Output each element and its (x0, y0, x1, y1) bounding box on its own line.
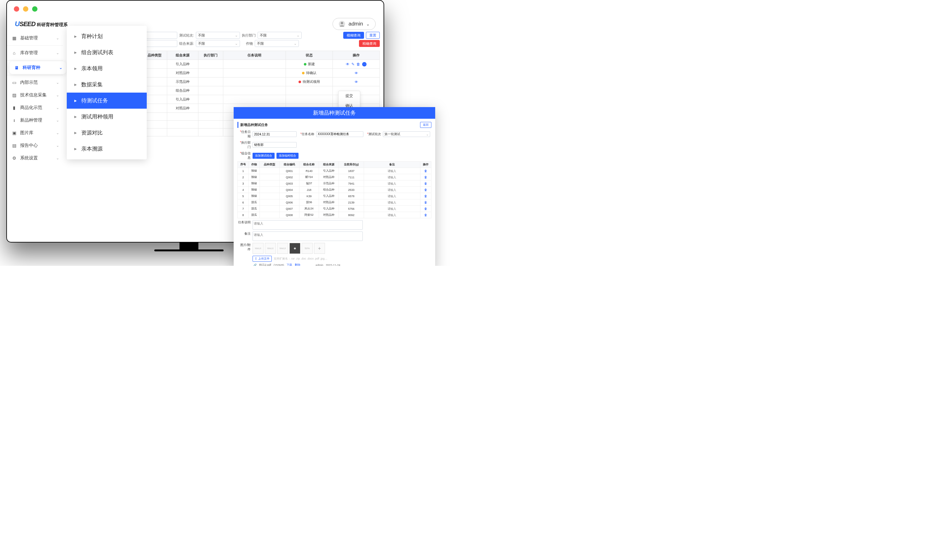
table-header: 操作 (333, 51, 380, 60)
thumbnail[interactable]: WeUI (265, 243, 276, 254)
combo-row: 3辣椒Q003猛37示范品种7941🗑 (238, 180, 431, 187)
file-user: admin (316, 264, 324, 266)
sidebar-item-7[interactable]: ▣图片库⌄ (7, 127, 63, 139)
combo-row: 6甜瓜Q006甜36对照品种2139🗑 (238, 199, 431, 206)
submenu-item-6[interactable]: ▶资源对比 (67, 125, 147, 141)
triangle-icon: ▶ (74, 67, 77, 70)
desc-input[interactable] (253, 220, 363, 230)
row-note-input[interactable] (365, 207, 420, 211)
exact-search-button[interactable]: 精确查询 (359, 40, 380, 47)
sidebar-item-4[interactable]: ▨技术信息采集⌄ (7, 89, 63, 101)
task-name-input[interactable] (316, 131, 363, 137)
row-note-input[interactable] (365, 195, 420, 198)
doc-icon: ▤ (11, 143, 17, 148)
sidebar-item-2[interactable]: 🖥科研育种⌄ (9, 61, 66, 74)
row-note-input[interactable] (365, 182, 420, 185)
sidebar-item-1[interactable]: ⌂库存管理⌄ (7, 47, 63, 59)
add-temp-combo-button[interactable]: 添加临时组合 (276, 153, 299, 159)
delete-icon[interactable]: 🗑 (424, 188, 427, 191)
gear-icon: ⚙ (11, 156, 17, 161)
row-note-input[interactable] (365, 169, 420, 172)
triangle-icon: ▶ (74, 115, 77, 118)
user-menu[interactable]: admin ⌄ (333, 18, 375, 30)
sidebar-item-8[interactable]: ▤报告中心⌄ (7, 139, 63, 152)
add-thumbnail[interactable]: + (314, 243, 325, 254)
sidebar-item-label: 系统设置 (20, 155, 38, 161)
sidebar-item-5[interactable]: ▮商品化示范⌄ (7, 101, 63, 114)
max-dot[interactable] (32, 6, 37, 12)
row-note-input[interactable] (365, 188, 420, 191)
filter-select[interactable]: 不限⌄ (255, 40, 299, 47)
view-icon[interactable]: 👁 (354, 80, 358, 84)
thumbnail[interactable]: ◉ (289, 243, 301, 254)
submenu-item-1[interactable]: ▶组合测试列表 (67, 44, 147, 61)
filter-label: 作物 (242, 41, 253, 46)
modal-title: 新增品种测试任务 (234, 107, 435, 119)
submenu-item-4[interactable]: ▶待测试任务 (67, 93, 147, 109)
delete-icon[interactable]: 🗑 (424, 175, 427, 179)
view-icon[interactable]: 👁 (354, 71, 358, 75)
sidebar-item-6[interactable]: ⫾新品种管理⌄ (7, 114, 63, 127)
combo-row: 7甜瓜Q007风云24引入品种5756🗑 (238, 206, 431, 212)
row-note-input[interactable] (365, 176, 420, 179)
desc-label: 任务说明 (237, 220, 251, 224)
filter-label: 组合来源: (179, 41, 194, 46)
round-select[interactable]: 第一轮测试⌄ (383, 131, 430, 137)
filter-select[interactable]: 不限⌄ (196, 32, 240, 39)
triangle-icon: ▶ (74, 35, 77, 38)
filter-select[interactable]: 不限⌄ (258, 32, 302, 39)
delete-icon[interactable]: 🗑 (424, 169, 427, 172)
row-note-input[interactable] (365, 201, 420, 204)
submenu-item-7[interactable]: ▶亲本溯源 (67, 141, 147, 157)
edit-icon[interactable]: ✎ (351, 62, 354, 66)
sidebar: ▦基础管理⌄⌂库存管理⌄🖥科研育种⌄▭内部示范⌄▨技术信息采集⌄▮商品化示范⌄⫾… (7, 32, 63, 165)
chevron-icon: ⌄ (59, 66, 63, 70)
fuzzy-search-button[interactable]: 模糊查询 (343, 32, 364, 39)
combo-row: 2辣椒Q002耀724对照品种7111🗑 (238, 174, 431, 180)
dept-input[interactable] (253, 142, 297, 148)
table-header: 任务说明 (223, 51, 286, 60)
delete-link[interactable]: 删除 (295, 263, 301, 266)
delete-icon[interactable]: 🗑 (424, 201, 427, 204)
submenu-item-2[interactable]: ▶亲本领用 (67, 61, 147, 76)
chevron-icon: ⌄ (56, 80, 59, 85)
download-link[interactable]: 下载 (287, 263, 292, 266)
submenu-item-0[interactable]: ▶育种计划 (67, 28, 147, 44)
triangle-icon: ▶ (74, 83, 77, 86)
thumbnail[interactable]: WeUI (277, 243, 288, 254)
triangle-icon: ▶ (74, 99, 77, 102)
sidebar-item-3[interactable]: ▭内部示范⌄ (7, 76, 63, 89)
round-label: 测试轮次 (368, 132, 381, 136)
delete-icon[interactable]: 🗑 (424, 213, 427, 217)
sidebar-item-label: 图片库 (20, 130, 34, 136)
sidebar-item-9[interactable]: ⚙系统设置⌄ (7, 152, 63, 165)
thumbnail[interactable]: 50% (302, 243, 313, 254)
add-combo-button[interactable]: 添加测试组合 (253, 153, 275, 159)
submenu-item-3[interactable]: ▶数据采集 (67, 76, 147, 93)
chevron-icon: ⌄ (56, 93, 59, 97)
upload-button[interactable]: ↥ 上传文件 (253, 256, 272, 262)
view-icon[interactable]: 👁 (346, 62, 350, 66)
grid-icon: ▦ (11, 36, 17, 41)
back-button[interactable]: 返回 (420, 122, 431, 128)
sidebar-item-label: 技术信息采集 (20, 92, 47, 98)
thumbnail[interactable]: WeUI (253, 243, 264, 254)
task-date-input[interactable] (253, 131, 297, 137)
submenu-item-5[interactable]: ▶测试用种领用 (67, 109, 147, 125)
min-dot[interactable] (23, 6, 28, 12)
delete-icon[interactable]: 🗑 (424, 194, 427, 198)
popup-action[interactable]: 提交 (339, 91, 360, 101)
reset-button[interactable]: 重置 (366, 32, 380, 39)
row-note-input[interactable] (365, 214, 420, 217)
delete-icon[interactable]: 🗑 (356, 62, 360, 66)
sidebar-item-0[interactable]: ▦基础管理⌄ (7, 32, 63, 44)
more-icon[interactable]: ⋯ (362, 62, 366, 66)
delete-icon[interactable]: 🗑 (424, 182, 427, 185)
filter-select[interactable]: 不限⌄ (196, 40, 240, 47)
new-task-modal: 新增品种测试任务 新增品种测试任务 返回 *任务日期 *任务名称 *测试轮次 第… (234, 107, 435, 266)
delete-icon[interactable]: 🗑 (424, 207, 427, 211)
close-dot[interactable] (14, 6, 19, 12)
remark-input[interactable] (253, 232, 363, 241)
home-icon: ⌂ (11, 50, 17, 55)
monitor2-icon: ▭ (11, 80, 17, 85)
